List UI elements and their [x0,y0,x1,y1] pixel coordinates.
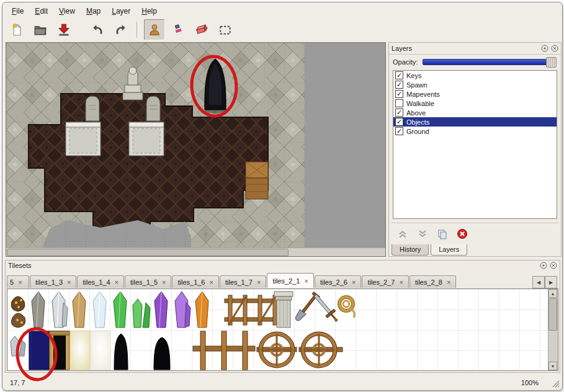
tab-scroll-left-button[interactable]: ◀ [532,276,545,288]
tileset-vscroll-handle[interactable] [548,298,557,331]
close-panel-button[interactable] [549,262,557,270]
tile-door-frame[interactable] [50,331,69,370]
tab-layers[interactable]: Layers [431,244,467,256]
tile-navy-selected[interactable] [29,331,49,370]
float-panel-button[interactable] [539,262,547,270]
scroll-down-button[interactable]: ▼ [548,362,557,370]
tab-history[interactable]: History [392,244,429,256]
tab-close-icon[interactable]: × [210,279,213,285]
tileset-tab[interactable]: tiles_2_6 × [315,275,361,288]
tileset-canvas[interactable] [7,289,550,370]
layer-row-objects[interactable]: ✓ Objects [393,117,557,127]
tab-label: 5 [10,278,14,286]
layer-checkbox[interactable]: ✓ [395,118,403,126]
eraser-tool-button[interactable] [191,19,212,40]
opacity-slider[interactable] [423,59,556,65]
layer-row-ground[interactable]: ✓ Ground [393,127,557,136]
menu-help[interactable]: Help [136,5,163,17]
new-file-button[interactable] [6,19,27,40]
save-button[interactable] [53,19,74,40]
layer-label: Mapevents [406,91,440,98]
scroll-up-button[interactable]: ▲ [548,289,557,298]
tab-close-icon[interactable]: × [162,279,166,285]
layer-duplicate-button[interactable] [435,227,450,241]
layer-label: Above [406,109,426,117]
float-icon [541,45,548,52]
tab-close-icon[interactable]: × [352,279,356,285]
tileset-tab[interactable]: tiles_2_8 × [410,275,456,288]
layer-checkbox[interactable]: ✓ [395,90,403,98]
layers-separator [392,223,558,224]
map-horizontal-scrollbar[interactable] [6,247,385,256]
entity-stamp-tool-button[interactable] [144,19,165,40]
resize-grip[interactable] [552,380,560,388]
close-icon [551,45,558,52]
tile-glow-warm[interactable] [70,331,90,370]
tilesets-panel-title: Tilesets [8,262,537,269]
layer-row-mapevents[interactable]: ✓ Mapevents [393,89,557,99]
layer-checkbox[interactable]: ✓ [395,81,403,89]
tileset-tab[interactable]: tiles_1_5 × [125,275,171,288]
float-panel-button[interactable] [540,45,548,53]
layer-checkbox[interactable]: ✓ [395,71,403,79]
redo-button[interactable] [110,19,132,40]
tileset-tab[interactable]: tiles_2_7 × [362,275,408,288]
tab-close-icon[interactable]: × [304,278,308,284]
menu-layer[interactable]: Layer [106,5,136,17]
tileset-tab[interactable]: tiles_1_3 × [30,275,76,288]
tab-close-icon[interactable]: × [67,279,71,285]
tileset-tab[interactable]: tiles_1_7 × [220,275,266,288]
tab-scroll-right-button[interactable]: ▶ [545,276,557,288]
layer-move-up-button[interactable] [395,227,410,241]
tab-close-icon[interactable]: × [115,279,119,285]
tab-label: tiles_1_6 [177,278,205,286]
close-icon [550,262,557,269]
zoom-level: 100% [521,379,539,386]
tileset-tab[interactable]: 5 × [7,275,29,288]
layer-label: Objects [406,118,429,126]
tileset-vertical-scrollbar[interactable]: ▲ ▼ [548,289,558,370]
menu-edit[interactable]: Edit [29,5,53,17]
tileset-tab-active[interactable]: tiles_2_1 × [267,273,313,288]
layer-checkbox[interactable] [395,99,403,107]
opacity-label: Opacity: [393,58,418,66]
menu-view[interactable]: View [53,5,81,17]
layer-label: Spawn [406,81,427,89]
close-panel-button[interactable] [550,45,558,53]
layer-row-keys[interactable]: ✓ Keys [393,71,557,80]
tab-close-icon[interactable]: × [447,279,450,285]
layer-row-spawn[interactable]: ✓ Spawn [393,80,557,89]
select-tool-button[interactable] [215,19,236,40]
layer-move-down-button[interactable] [415,227,430,241]
fill-tool-button[interactable] [168,19,189,40]
tab-close-icon[interactable]: × [399,279,403,285]
tomb-slab-sprite [129,122,164,156]
layer-checkbox[interactable]: ✓ [395,127,403,135]
tileset-tab[interactable]: tiles_1_4 × [77,275,123,288]
map-canvas[interactable] [6,43,305,248]
map-hscroll-handle[interactable] [7,249,289,256]
menu-map[interactable]: Map [81,5,106,17]
menu-bar: File Edit View Map Layer Help [6,4,558,18]
undo-icon [90,22,105,37]
person-stamp-icon [147,22,162,37]
menu-file[interactable]: File [6,5,29,17]
tile-column-capital[interactable] [274,292,293,327]
tab-close-icon[interactable]: × [18,279,22,285]
layer-checkbox[interactable]: ✓ [395,109,403,117]
crate-sprite [246,162,268,199]
tile-track-wheel[interactable] [257,334,297,366]
opacity-slider-handle[interactable] [546,57,557,68]
tileset-tab[interactable]: tiles_1_6 × [172,275,218,288]
tile-track-cross[interactable] [193,331,255,370]
layer-delete-button[interactable] [455,227,470,241]
layer-row-above[interactable]: ✓ Above [393,108,557,117]
app-window: File Edit View Map Layer Help [2,2,563,391]
marquee-select-icon [218,22,233,37]
layer-row-walkable[interactable]: Walkable [393,99,557,108]
tab-close-icon[interactable]: × [257,279,261,285]
tab-label: tiles_2_7 [367,278,395,286]
open-button[interactable] [30,19,51,40]
undo-button[interactable] [87,19,108,40]
tile-glow-pale[interactable] [91,331,110,370]
